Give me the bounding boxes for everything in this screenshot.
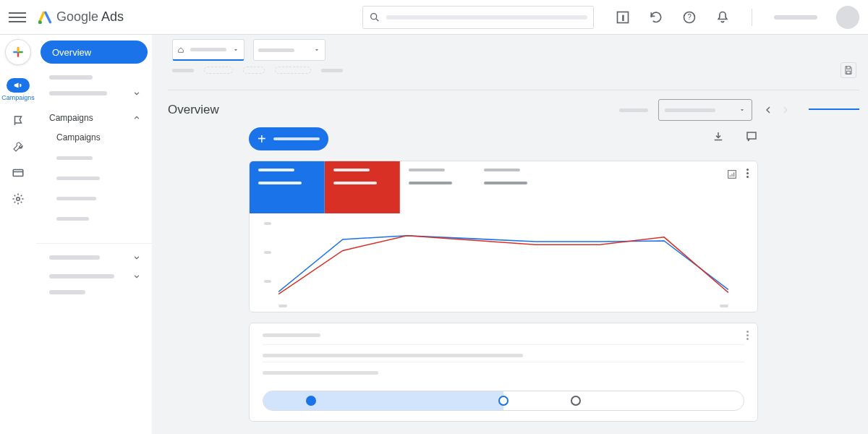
svg-text:?: ? [687,13,692,21]
rail-campaigns-label: Campaigns [1,94,35,101]
new-campaign-button[interactable]: + [249,127,328,150]
step-dot [571,396,581,406]
nav-item[interactable] [36,208,152,229]
google-ads-logo-icon [38,10,52,25]
metric-tabs [250,161,757,213]
nav-item[interactable] [36,248,152,267]
chevron-down-icon [132,88,142,98]
nav-campaigns[interactable]: Campaigns [36,109,152,127]
active-tab-indicator [809,109,859,110]
overview-header-row: Overview [168,90,859,121]
svg-line-2 [376,19,378,21]
billing-icon[interactable] [12,166,25,179]
rail-campaigns[interactable]: Campaigns [0,78,36,101]
nav-item[interactable] [36,168,152,188]
left-rail: Campaigns [0,35,36,434]
nav-item[interactable] [36,148,152,168]
goals-icon[interactable] [12,114,25,127]
performance-chart-card [249,161,758,312]
account-selector[interactable] [172,39,244,61]
line-chart [278,221,728,296]
chevron-up-icon [132,113,142,123]
download-icon[interactable] [712,130,725,143]
metric-tab[interactable] [475,161,550,213]
menu-icon[interactable] [9,9,26,26]
feedback-icon[interactable] [745,130,758,143]
date-range-selector[interactable] [658,99,752,121]
step-dot [498,396,509,406]
create-button[interactable] [5,39,31,65]
metric-tab[interactable] [250,161,325,213]
caret-down-icon [739,106,746,114]
step-dot [306,396,316,406]
tools-icon[interactable] [12,140,25,153]
notifications-icon[interactable] [715,10,730,25]
svg-rect-11 [13,170,23,176]
more-menu-icon[interactable] [746,331,749,340]
scope-selectors [172,39,326,61]
chart-area [250,213,757,312]
refresh-icon[interactable] [649,10,663,25]
metric-tab[interactable] [400,161,475,213]
caret-down-icon [313,46,320,54]
nav-item[interactable] [36,71,152,84]
breadcrumb [172,67,343,74]
floppy-icon [843,65,854,75]
logo[interactable]: Google Ads [38,9,124,25]
header-actions: ? [616,6,859,29]
home-icon [177,46,184,54]
svg-point-0 [38,20,42,24]
expand-chart-icon[interactable] [726,169,738,180]
svg-point-13 [17,197,20,201]
nav-item[interactable] [36,188,152,208]
megaphone-icon [13,80,23,90]
chevron-down-icon [132,252,142,263]
reports-icon[interactable] [616,10,630,25]
main-content: + [249,127,758,422]
nav-overview[interactable]: Overview [41,41,148,64]
more-menu-icon[interactable] [746,169,749,178]
account-name-placeholder[interactable] [774,15,817,20]
logo-text: Google Ads [56,9,124,25]
status-card [249,323,758,422]
side-nav: Overview Campaigns Campaigns [36,35,152,434]
nav-item[interactable] [36,286,152,299]
caret-down-icon [232,46,239,54]
plus-icon [11,45,25,59]
progress-stepper [263,391,744,411]
search-input[interactable] [362,6,594,29]
nav-campaigns-sub[interactable]: Campaigns [36,127,152,148]
save-view-button[interactable] [841,62,856,78]
app-header: Google Ads ? [0,0,868,35]
page-title: Overview [168,103,219,117]
settings-icon[interactable] [12,192,25,205]
help-icon[interactable]: ? [682,10,697,25]
svg-point-1 [371,13,377,19]
next-period-button [780,104,791,116]
svg-rect-14 [747,132,756,139]
search-icon [369,12,380,23]
chevron-down-icon [132,271,142,281]
plus-icon: + [258,131,266,148]
nav-item[interactable] [36,267,152,286]
prev-period-button[interactable] [762,104,774,116]
svg-rect-4 [622,14,624,20]
campaign-selector[interactable] [253,39,326,61]
avatar[interactable] [836,6,859,29]
metric-tab[interactable] [325,161,400,213]
nav-item[interactable] [36,84,152,103]
